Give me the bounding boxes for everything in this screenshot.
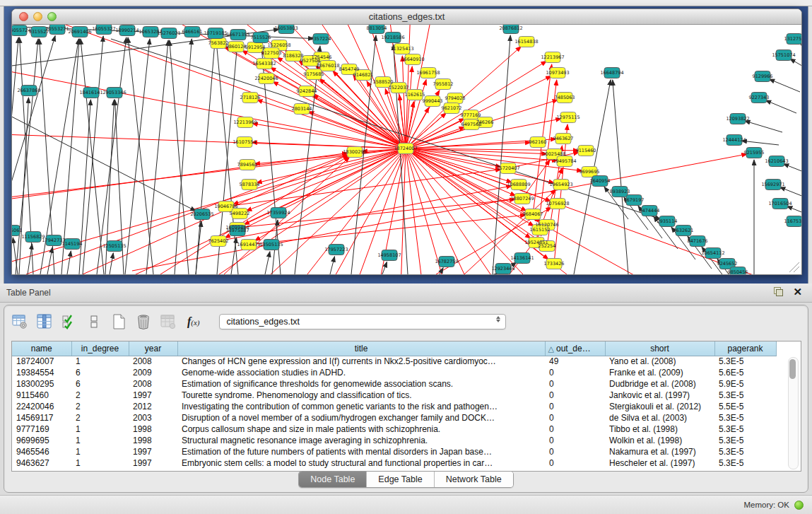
column-header-year[interactable]: year <box>129 341 177 356</box>
graph-node-label: 10654112 <box>701 250 724 256</box>
column-header-in_degree[interactable]: in_degree <box>71 341 129 356</box>
node-table: namein_degreeyeartitle△out_de…shortpager… <box>11 341 801 472</box>
table-row[interactable]: 969969511998Structural magnetic resonanc… <box>12 435 776 446</box>
graph-node-label: 14958107 <box>377 252 401 258</box>
citation-edge <box>12 110 196 211</box>
row-selection-icon[interactable] <box>61 313 78 330</box>
graph-node-label: 9777169 <box>461 112 481 118</box>
table-row[interactable]: 1456911722003Disruption of a novel membe… <box>12 412 776 424</box>
network-window-titlebar[interactable]: citations_edges.txt <box>12 9 801 25</box>
table-row[interactable]: 1830029562008Estimation of significance … <box>12 378 776 390</box>
graph-node-label: 8813054 <box>367 25 387 31</box>
graph-node-label: 9850456 <box>728 269 748 274</box>
citation-edge <box>252 142 406 148</box>
cell-out_de: 0 <box>545 390 605 401</box>
graph-node-label: 7515526 <box>251 35 271 40</box>
column-header-pagerank[interactable]: pagerank <box>714 341 776 356</box>
cell-name: 9777169 <box>12 424 71 435</box>
column-header-title[interactable]: title <box>177 341 545 356</box>
delete-table-icon[interactable] <box>135 313 152 330</box>
graph-node-label: 16107554 <box>233 139 256 145</box>
node-table-grid: namein_degreeyeartitle△out_de…shortpager… <box>12 341 777 469</box>
table-row[interactable]: 911546021997Tourette syndrome. Phenomeno… <box>12 390 776 401</box>
graph-node-label: 20876812 <box>499 25 522 31</box>
graph-node-label: 16782759 <box>435 259 458 264</box>
cell-pagerank: 5.3E-5 <box>714 356 776 367</box>
graph-node-label: 18300295 <box>343 149 366 155</box>
cell-out_de: 0 <box>545 378 605 390</box>
cell-name: 19384554 <box>12 367 71 378</box>
new-table-icon[interactable] <box>110 313 127 330</box>
graph-node-label: 18807249 <box>510 196 534 201</box>
graph-node-label: 7485063 <box>555 95 575 100</box>
citation-edge <box>13 238 18 274</box>
graph-node-label: 8454749 <box>339 66 360 72</box>
table-row[interactable]: 946554611997Estimation of the future num… <box>12 446 776 457</box>
graph-node-label: 12923446 <box>491 266 514 271</box>
graph-node-label: 9227343 <box>749 95 770 100</box>
graph-node-label: 2803144 <box>292 106 312 112</box>
column-header-short[interactable]: short <box>605 341 714 356</box>
tab-network-table[interactable]: Network Table <box>434 472 513 487</box>
network-canvas[interactable]: 1872400718300295756382298601245912954152… <box>12 25 801 274</box>
graph-node-label: 18416141 <box>79 90 102 95</box>
citation-edge <box>493 35 510 274</box>
graph-node-label: 8215955 <box>744 150 765 156</box>
table-row[interactable]: 946362711997Embryonic stem cells: a mode… <box>12 457 776 469</box>
network-selector[interactable]: citations_edges.txt <box>219 314 506 329</box>
table-vertical-scrollbar[interactable] <box>788 357 799 469</box>
cell-short: Stergiakouli et al. (2012) <box>605 401 714 412</box>
table-row[interactable]: 1872400712008Changes of HCN gene express… <box>12 356 776 367</box>
cell-year: 1997 <box>129 446 177 457</box>
cell-pagerank: 5.3E-5 <box>714 457 776 469</box>
graph-node-label: 1588520 <box>373 79 394 85</box>
citation-edge <box>741 141 779 145</box>
cytoscape-app: citations_edges.txt 18724007183002957563… <box>0 0 812 514</box>
cell-short: de Silva et al. (2003) <box>605 412 714 424</box>
table-row[interactable]: 1938455462009Genome-wide association stu… <box>12 367 776 378</box>
graph-node-label: 20206535 <box>190 211 213 217</box>
graph-node-label: 7625402 <box>208 238 229 244</box>
scrollbar-thumb[interactable] <box>789 359 796 379</box>
cell-title: Structural magnetic resonance image aver… <box>177 435 545 446</box>
tab-edge-table[interactable]: Edge Table <box>366 472 433 487</box>
table-row[interactable]: 2242004622012Investigating the contribut… <box>12 401 776 412</box>
graph-node-label: 16671355 <box>226 32 249 37</box>
table-type-tabs: Node TableEdge TableNetwork Table <box>4 471 808 488</box>
cell-year: 1997 <box>129 457 177 469</box>
merge-cells-icon[interactable] <box>86 313 102 330</box>
cell-in_degree: 1 <box>71 424 129 435</box>
close-panel-icon[interactable]: ✕ <box>793 286 802 297</box>
function-builder-icon[interactable]: f(x) <box>187 315 200 328</box>
graph-node-label: 6466161 <box>182 29 203 35</box>
column-header-name[interactable]: name <box>12 341 71 356</box>
graph-node-label: 1167534 <box>784 218 801 224</box>
import-table-icon[interactable] <box>160 313 177 330</box>
citation-edge <box>800 43 801 57</box>
tab-node-table[interactable]: Node Table <box>299 472 366 487</box>
graph-node-label: 16648794 <box>600 70 623 76</box>
graph-node-label: 2718126 <box>240 95 261 100</box>
float-panel-icon[interactable] <box>774 287 783 296</box>
select-columns-icon[interactable] <box>36 313 53 330</box>
column-header-out_de[interactable]: △out_de… <box>545 341 605 356</box>
memory-status-indicator[interactable] <box>794 501 804 510</box>
cell-title: Changes of HCN gene expression and I(f) … <box>177 356 545 367</box>
table-row[interactable]: 977716911998Corpus callosum shape and si… <box>12 424 776 435</box>
graph-node-label: 9129966 <box>753 74 773 79</box>
cell-pagerank: 5.6E-5 <box>714 367 776 378</box>
graph-node-label: 17359924 <box>266 210 290 216</box>
cell-year: 2012 <box>129 401 177 412</box>
graph-node-label: 5912954 <box>245 45 266 50</box>
graph-node-label: 9621072 <box>442 105 462 111</box>
table-panel-titlebar[interactable]: Table Panel ✕ <box>0 284 812 303</box>
citation-edge <box>160 156 349 274</box>
graph-node-label: 9242844 <box>297 88 317 94</box>
cell-out_de: 0 <box>545 457 605 469</box>
graph-node-label: 16543382 <box>252 61 276 66</box>
cell-name: 9465546 <box>12 446 71 457</box>
citation-edge <box>265 252 270 274</box>
table-settings-icon[interactable] <box>11 313 28 330</box>
graph-node-label: 15226058 <box>267 42 290 48</box>
graph-node-label: 26637869 <box>17 88 40 93</box>
